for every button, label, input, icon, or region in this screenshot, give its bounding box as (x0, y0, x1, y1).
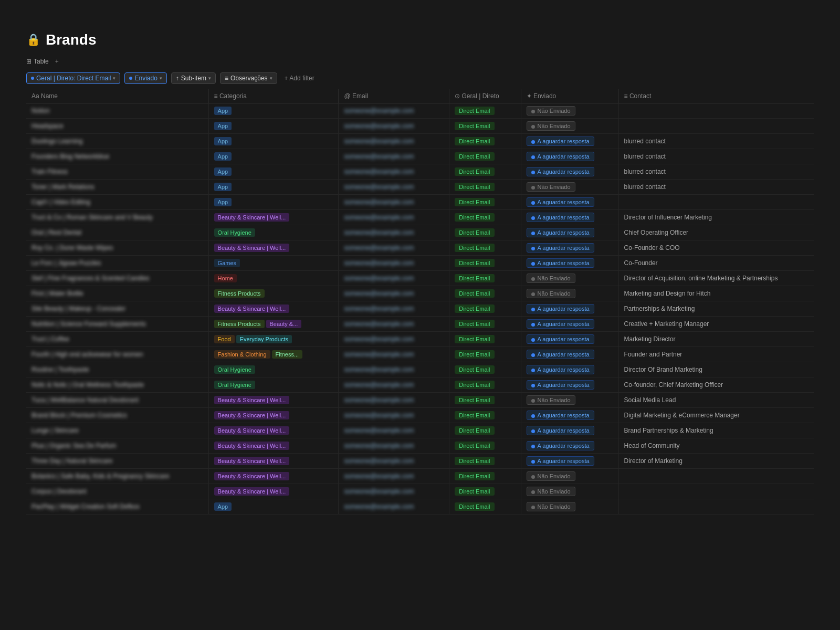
geral-badge: Direct Email (455, 259, 494, 267)
table-row[interactable]: Nutrition | Science Forward SupplementsF… (26, 317, 814, 332)
cell-email: someone@example.com (339, 225, 449, 240)
table-row[interactable]: Corpus | DeodorantBeauty & Skincare | We… (26, 484, 814, 499)
table-row[interactable]: Founders Blog NetworkblueAppsomeone@exam… (26, 149, 814, 164)
table-row[interactable]: Stef | Fine Fragrances & Scented Candles… (26, 271, 814, 286)
cell-categoria: Beauty & Skincare | Well... (208, 469, 339, 484)
name-text: Capt'r | Video Editing (32, 198, 90, 206)
col-header-geral[interactable]: ⊙ Geral | Direto (449, 89, 521, 103)
geral-badge: Direct Email (455, 396, 494, 404)
cell-geral: Direct Email (449, 210, 521, 225)
cell-categoria: Beauty & Skincare | Well... (208, 438, 339, 454)
enviado-badge: Não Enviado (527, 121, 575, 131)
geral-badge: Direct Email (455, 274, 494, 282)
name-text: First | Water Bottle (32, 290, 83, 297)
geral-badge: Direct Email (455, 198, 494, 206)
cell-name: Fourth | High end activewear for women (26, 347, 208, 362)
cell-email: someone@example.com (339, 454, 449, 469)
geral-badge: Direct Email (455, 228, 494, 237)
cell-contact: Director Of Brand Marketing (618, 362, 814, 377)
table-row[interactable]: Botanics | Safe Baby, Kids & Pregnancy S… (26, 469, 814, 484)
table-row[interactable]: Routine | ToothpasteOral Hygienesomeone@… (26, 362, 814, 377)
table-row[interactable]: NotionAppsomeone@example.comDirect Email… (26, 103, 814, 119)
cell-name: First | Water Bottle (26, 286, 208, 301)
cell-geral: Direct Email (449, 301, 521, 317)
cell-enviado: A aguardar resposta (521, 134, 618, 149)
col-header-contact[interactable]: ≡ Contact (618, 89, 814, 103)
cell-geral: Direct Email (449, 454, 521, 469)
name-text: Train Fitness (32, 168, 68, 175)
table-row[interactable]: PacPlay | Widget Creation Soft DefboxApp… (26, 499, 814, 514)
table-row[interactable]: Train FitnessAppsomeone@example.comDirec… (26, 164, 814, 180)
geral-badge: Direct Email (455, 152, 494, 161)
cell-name: Train Fitness (26, 164, 208, 180)
toolbar: ⊞ Table + (26, 58, 814, 65)
table-row[interactable]: Fourth | High end activewear for womenFa… (26, 347, 814, 362)
filter-subitem[interactable]: ↑ Sub-item ▾ (171, 72, 216, 84)
cell-contact: Marketing and Design for Hitch (618, 286, 814, 301)
cell-contact (618, 484, 814, 499)
table-row[interactable]: First | Water BottleFitness Productssome… (26, 286, 814, 301)
cell-contact: Partnerships & Marketing (618, 301, 814, 317)
filter-enviado[interactable]: Enviado ▾ (124, 72, 166, 84)
categoria-tag: Beauty & Skincare | Well... (214, 411, 290, 419)
table-row[interactable]: Lunge | SkincareBeauty & Skincare | Well… (26, 423, 814, 438)
name-text: Plua | Organic Sea De Parfum (32, 442, 116, 449)
table-row[interactable]: Toner | Mark RelationsAppsomeone@example… (26, 180, 814, 195)
table-row[interactable]: Three Day | Natural SkincareBeauty & Ski… (26, 454, 814, 469)
cell-categoria: Fashion & ClothingFitness... (208, 347, 339, 362)
cell-enviado: A aguardar resposta (521, 408, 618, 423)
table-view-button[interactable]: ⊞ Table (26, 58, 49, 65)
cell-email: someone@example.com (339, 317, 449, 332)
table-row[interactable]: Capt'r | Video EditingAppsomeone@example… (26, 195, 814, 210)
table-row[interactable]: Oral | Rest DentalOral Hygienesomeone@ex… (26, 225, 814, 240)
geral-badge: Direct Email (455, 107, 494, 115)
categoria-tag: App (214, 152, 232, 161)
enviado-badge: A aguardar resposta (527, 304, 594, 313)
table-row[interactable]: Tuca | WellBalance Natural DeodorantBeau… (26, 393, 814, 408)
filter-geral[interactable]: Geral | Direto: Direct Email ▾ (26, 72, 120, 84)
cell-categoria: App (208, 119, 339, 134)
geral-badge: Direct Email (455, 304, 494, 313)
filter-observacoes[interactable]: ≡ Observações ▾ (220, 72, 277, 84)
geral-badge: Direct Email (455, 487, 494, 496)
col-header-email[interactable]: @ Email (339, 89, 449, 103)
cell-categoria: App (208, 103, 339, 119)
cell-name: Nutrition | Science Forward Supplements (26, 317, 208, 332)
filter-enviado-arrow: ▾ (160, 76, 162, 81)
table-row[interactable]: Le Forc | Jigsaw PuzzlesGamessomeone@exa… (26, 256, 814, 271)
table-row[interactable]: HeadspaceAppsomeone@example.comDirect Em… (26, 119, 814, 134)
cell-name: Headspace (26, 119, 208, 134)
enviado-badge: A aguardar resposta (527, 167, 594, 176)
cell-name: Notion (26, 103, 208, 119)
name-text: Brand Block | Premium Cosmetics (32, 412, 127, 419)
geral-badge: Direct Email (455, 350, 494, 359)
cell-name: Roy Co. | Dune Waste Wipes (26, 240, 208, 256)
table-row[interactable]: Plua | Organic Sea De ParfumBeauty & Ski… (26, 438, 814, 454)
cell-email: someone@example.com (339, 484, 449, 499)
table-row[interactable]: Brand Block | Premium CosmeticsBeauty & … (26, 408, 814, 423)
enviado-badge: Não Enviado (527, 395, 575, 405)
name-text: Routine | Toothpaste (32, 366, 89, 373)
table-row[interactable]: Nolic & Nolic | Oral Wellness Toothpaste… (26, 377, 814, 393)
add-filter-button[interactable]: + Add filter (281, 73, 318, 83)
categoria-tag: Fashion & Clothing (214, 350, 270, 359)
cell-email: someone@example.com (339, 347, 449, 362)
data-table: Aa Name ≡ Categoria @ Email ⊙ Geral | Di… (26, 89, 814, 514)
table-row[interactable]: Site Beauty | Makeup - ConcealerBeauty &… (26, 301, 814, 317)
col-header-name[interactable]: Aa Name (26, 89, 208, 103)
table-row[interactable]: Truct & Co | Roman Skincare and V Beauty… (26, 210, 814, 225)
cell-enviado: Não Enviado (521, 469, 618, 484)
table-row[interactable]: Roy Co. | Dune Waste WipesBeauty & Skinc… (26, 240, 814, 256)
categoria-tag: Oral Hygiene (214, 228, 255, 237)
cell-contact: blurred contact (618, 134, 814, 149)
cell-geral: Direct Email (449, 484, 521, 499)
add-view-button[interactable]: + (55, 58, 59, 65)
table-row[interactable]: Truct | CoffeeFoodEveryday Productssomeo… (26, 332, 814, 347)
categoria-tag: Fitness... (272, 350, 303, 359)
filter-enviado-label: Enviado (134, 75, 157, 82)
table-row[interactable]: Duolingo LearningAppsomeone@example.comD… (26, 134, 814, 149)
col-header-enviado[interactable]: ✦ Enviado (521, 89, 618, 103)
col-header-categoria[interactable]: ≡ Categoria (208, 89, 339, 103)
enviado-badge: Não Enviado (527, 471, 575, 481)
cell-geral: Direct Email (449, 362, 521, 377)
